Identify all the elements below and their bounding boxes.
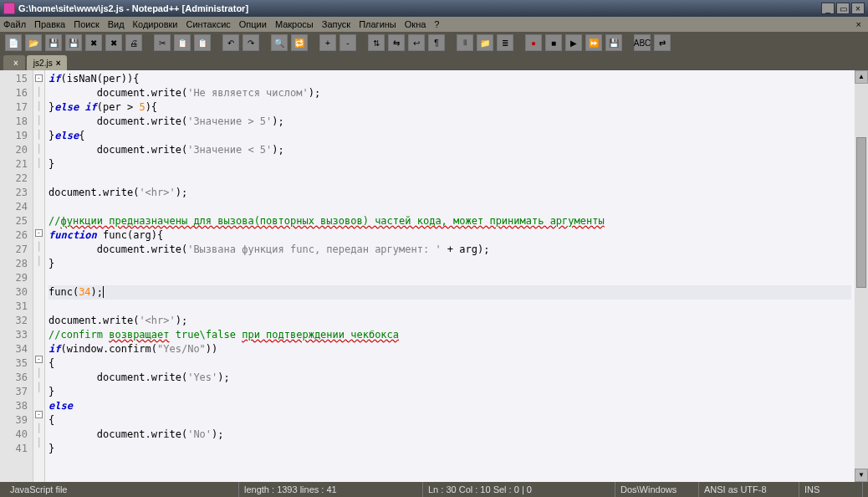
status-position: Ln : 30 Col : 10 Sel : 0 | 0 [423, 482, 615, 497]
print-icon[interactable]: 🖨 [125, 34, 142, 51]
minimize-button[interactable]: _ [821, 3, 835, 14]
menu-plugins[interactable]: Плагины [359, 19, 396, 29]
tab-close-icon[interactable]: × [56, 59, 61, 68]
menu-run[interactable]: Запуск [322, 19, 350, 29]
fold-gutter[interactable]: -││││││ -││ -││ -││ [33, 70, 45, 482]
menu-macros[interactable]: Макросы [275, 19, 314, 29]
indent-guide-icon[interactable]: ⦀ [457, 34, 473, 51]
tabbar: × js2.js × [0, 54, 868, 70]
menubar: Файл Правка Поиск Вид Кодировки Синтакси… [0, 17, 868, 32]
menu-edit[interactable]: Правка [34, 19, 65, 29]
cut-icon[interactable]: ✂ [154, 34, 171, 51]
wrap-icon[interactable]: ↩ [408, 34, 425, 51]
doc-close-icon[interactable]: × [853, 19, 865, 29]
replace-icon[interactable]: 🔁 [291, 34, 308, 51]
scroll-thumb[interactable] [856, 137, 866, 288]
stop-macro-icon[interactable]: ■ [545, 34, 562, 51]
menu-search[interactable]: Поиск [74, 19, 99, 29]
menu-view[interactable]: Вид [108, 19, 125, 29]
record-macro-icon[interactable]: ● [525, 34, 542, 51]
tab-js2[interactable]: js2.js × [27, 55, 68, 70]
tab-label: js2.js [33, 59, 53, 68]
titlebar: G:\home\site\www\js2.js - Notepad++ [Adm… [0, 0, 868, 17]
code-area[interactable]: if(isNaN(per)){ document.write('Не являе… [45, 70, 855, 482]
open-file-icon[interactable]: 📂 [25, 34, 42, 51]
zoom-out-icon[interactable]: - [340, 34, 356, 51]
menu-file[interactable]: Файл [3, 19, 26, 29]
save-icon[interactable]: 💾 [45, 34, 62, 51]
menu-help[interactable]: ? [434, 19, 439, 29]
doc-list-icon[interactable]: ≣ [497, 34, 513, 51]
close-all-icon[interactable]: ✖ [105, 34, 122, 51]
toolbar: 📄 📂 💾 💾 ✖ ✖ 🖨 ✂ 📋 📋 ↶ ↷ 🔍 🔁 + - ⇅ ⇆ ↩ ¶ … [0, 32, 868, 54]
status-eol: Dos\Windows [615, 482, 699, 497]
menu-syntax[interactable]: Синтаксис [186, 19, 231, 29]
folder-icon[interactable]: 📁 [477, 34, 493, 51]
undo-icon[interactable]: ↶ [222, 34, 239, 51]
scroll-up-icon[interactable]: ▲ [855, 70, 868, 84]
menu-encoding[interactable]: Кодировки [133, 19, 178, 29]
tab-blank[interactable]: × [3, 55, 25, 70]
maximize-button[interactable]: ▭ [836, 3, 850, 14]
compare-icon[interactable]: ⇄ [654, 34, 671, 51]
find-icon[interactable]: 🔍 [271, 34, 288, 51]
zoom-in-icon[interactable]: + [319, 34, 336, 51]
play-multi-icon[interactable]: ⏩ [585, 34, 602, 51]
window-title: G:\home\site\www\js2.js - Notepad++ [Adm… [18, 3, 821, 13]
copy-icon[interactable]: 📋 [174, 34, 191, 51]
app-icon [3, 3, 15, 14]
redo-icon[interactable]: ↷ [243, 34, 259, 51]
menu-windows[interactable]: Окна [405, 19, 426, 29]
window-controls: _ ▭ × [821, 3, 865, 14]
tab-close-icon[interactable]: × [13, 59, 18, 68]
save-all-icon[interactable]: 💾 [65, 34, 82, 51]
close-file-icon[interactable]: ✖ [85, 34, 102, 51]
status-length: length : 1393 lines : 41 [239, 482, 423, 497]
status-encoding: ANSI as UTF-8 [699, 482, 799, 497]
line-number-gutter: 1516171819202122232425262728293031323334… [0, 70, 33, 482]
hidden-chars-icon[interactable]: ¶ [428, 34, 445, 51]
sync-h-icon[interactable]: ⇆ [388, 34, 405, 51]
status-mode: INS [799, 482, 863, 497]
sync-v-icon[interactable]: ⇅ [368, 34, 385, 51]
vertical-scrollbar[interactable]: ▲ ▼ [855, 70, 868, 482]
play-macro-icon[interactable]: ▶ [565, 34, 582, 51]
close-button[interactable]: × [851, 3, 865, 14]
save-macro-icon[interactable]: 💾 [605, 34, 622, 51]
status-lang: JavaScript file [5, 482, 239, 497]
statusbar: JavaScript file length : 1393 lines : 41… [0, 482, 868, 497]
paste-icon[interactable]: 📋 [194, 34, 211, 51]
editor[interactable]: 1516171819202122232425262728293031323334… [0, 70, 868, 482]
new-file-icon[interactable]: 📄 [5, 34, 22, 51]
spellcheck-icon[interactable]: ABC [634, 34, 651, 51]
scroll-down-icon[interactable]: ▼ [855, 469, 868, 482]
menu-options[interactable]: Опции [239, 19, 267, 29]
